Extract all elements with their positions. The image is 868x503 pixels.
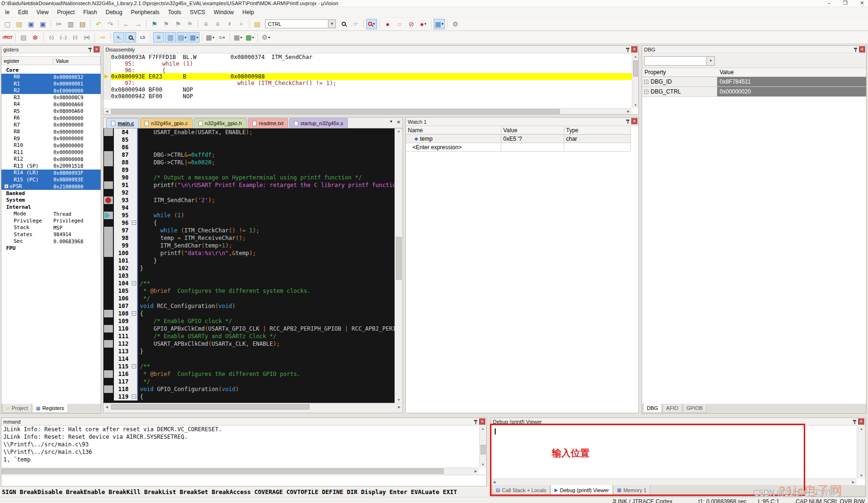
outdent-icon[interactable]: ≡ [200,19,211,29]
scroll-down-arrow[interactable]: ▼ [480,462,486,468]
printf-viewer-input-area[interactable] [491,426,857,478]
breakpoint-gutter[interactable] [103,317,114,325]
fold-collapse-icon[interactable]: − [132,364,136,368]
scroll-thumb[interactable] [396,237,402,280]
fold-margin[interactable] [131,174,138,181]
code-line[interactable]: 108−{ [103,310,395,317]
chevron-down-icon[interactable]: ▼ [328,20,335,28]
fold-margin[interactable] [131,325,138,332]
code-line[interactable]: 112 USART_APBxClkCmd(USARTx_CLK, ENABLE)… [103,340,395,348]
code-line[interactable]: 94 [103,204,395,212]
register-row[interactable]: R15 (PC)0x0800093E [1,176,101,183]
editor-tab-n32g45x-gpio-c[interactable]: n32g45x_gpio.c [140,118,193,128]
disassembly-line[interactable]: 0x0800093A F7FFFD1B BL.W 0x08000374 ITM_… [103,54,632,60]
scroll-left-arrow[interactable]: ◀ [103,404,110,410]
pin-icon[interactable] [473,419,478,424]
menu-tools[interactable]: Tools [164,8,186,17]
breakpoint-stop-icon[interactable]: ●▾ [418,19,429,29]
register-row[interactable]: StackMSP [1,224,101,231]
uncomment-selection-icon[interactable]: /≡ [236,19,247,29]
register-row[interactable]: R30x080008C9 [1,94,101,101]
code-line[interactable]: 115−/** [103,363,395,370]
register-row[interactable]: R80x00000000 [1,128,101,136]
code-line[interactable]: 90 /* Output a message on Hyperterminal … [103,174,395,181]
configure-book-icon[interactable]: ▤ [252,19,263,29]
close-icon[interactable]: × [631,118,637,124]
fold-margin[interactable] [131,257,138,264]
register-row[interactable]: R10x00000001 [1,80,101,87]
fold-margin[interactable] [131,295,138,302]
fold-margin[interactable] [131,128,138,136]
close-icon[interactable]: × [859,46,865,52]
scroll-thumb[interactable] [481,445,486,454]
register-row[interactable]: R00x00000032 [1,74,101,81]
breakpoint-gutter[interactable] [103,151,114,159]
pin-icon[interactable] [88,47,92,52]
bottom-tab-memory-1[interactable]: ▦Memory 1 [613,485,650,495]
breakpoint-gutter[interactable] [103,363,114,370]
chevron-down-icon[interactable]: ▾ [197,35,198,40]
minimize-button[interactable]: – [828,0,831,6]
register-row[interactable]: R70x00000000 [1,121,101,128]
register-row[interactable]: R100x00000000 [1,142,101,149]
command-input[interactable] [1,475,486,486]
fold-collapse-icon[interactable]: − [132,221,136,225]
register-row[interactable]: FPU [1,245,101,252]
code-editor[interactable]: 84 USART_Enable(USARTx, ENABLE);858687 D… [103,128,395,403]
find-symbol-icon[interactable]: ▾ [366,19,377,29]
code-line[interactable]: 119−{ [103,393,395,401]
undo-icon[interactable]: ↶ [93,19,104,29]
fold-margin[interactable] [131,196,138,204]
disassembly-margin[interactable] [103,60,111,67]
bookmark-previous-icon[interactable]: ⚑ [172,19,183,29]
scroll-up-arrow[interactable]: ▲ [480,426,486,432]
analysis-windows-icon[interactable]: ≈▾ [216,32,227,43]
chevron-down-icon[interactable]: ▼ [706,57,714,65]
fold-margin[interactable] [131,234,138,242]
breakpoint-gutter[interactable] [103,332,114,340]
fold-margin[interactable] [131,212,138,219]
register-row[interactable]: R20xE0000000 [1,87,101,94]
fold-margin[interactable] [131,385,138,393]
chevron-down-icon[interactable]: ▾ [241,35,242,40]
fold-margin[interactable]: − [131,393,138,401]
find-combobox[interactable]: CTRL▼ [265,19,336,28]
disassembly-margin[interactable] [103,80,111,86]
bottom-tab-call-stack-locals[interactable]: ▤Call Stack + Locals [492,485,550,495]
fold-margin[interactable]: − [131,363,138,370]
chevron-down-icon[interactable]: ▾ [223,35,225,40]
register-row[interactable]: Core [1,67,101,74]
code-line[interactable]: 105 * @brief Configures the different sy… [103,287,395,295]
indent-icon[interactable]: ≡ [212,19,223,29]
scroll-right-arrow[interactable]: ▶ [625,109,632,114]
breakpoint-kill-all-icon[interactable]: ⊘ [406,19,417,29]
fold-margin[interactable] [131,264,138,272]
code-line[interactable]: 106 */ [103,295,395,302]
disassembly-line[interactable]: 96: { [103,67,632,74]
fold-margin[interactable] [131,355,138,363]
command-window-toggle-icon[interactable]: >_ [113,32,124,43]
breakpoint-gutter[interactable] [103,295,114,302]
menu-peripherals[interactable]: Peripherals [127,8,164,17]
scroll-thumb[interactable] [111,404,309,409]
menu-flash[interactable]: Flash [79,8,101,17]
peripheral-tab-dbg[interactable]: DBG [643,404,662,413]
chevron-down-icon[interactable]: ▾ [252,35,254,40]
disassembly-line[interactable]: 0x0800093E E023 B 0x08000988 [103,73,632,80]
code-line[interactable]: 97 while (ITM_CheckChar() != 1); [103,227,395,234]
tab-overflow-icon[interactable]: ▼ [389,119,393,125]
fold-margin[interactable] [131,136,138,144]
disassembly-margin[interactable] [103,54,111,60]
code-line[interactable]: 91 printf("\n\rUSART Printf Example: ret… [103,181,395,189]
scroll-up-arrow[interactable]: ▲ [632,54,639,60]
watch-type-cell[interactable]: char [564,135,631,143]
register-row[interactable]: R90x00000000 [1,135,101,142]
code-line[interactable]: 95 while (1) [103,212,395,219]
code-line[interactable]: 100 printf("data:%s\r\n",&temp); [103,249,395,257]
breakpoint-gutter[interactable] [103,196,114,204]
code-line[interactable]: 103 [103,272,395,280]
breakpoint-gutter[interactable] [103,136,114,144]
register-row[interactable]: R110x00000000 [1,149,101,156]
fold-margin[interactable]: − [131,219,138,227]
fold-margin[interactable] [131,242,138,249]
